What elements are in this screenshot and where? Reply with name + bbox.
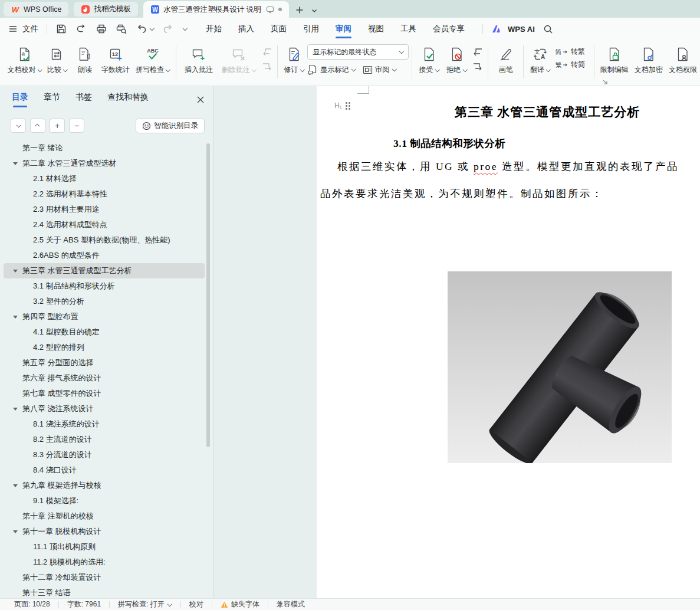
drag-handle-icon[interactable] [346,102,350,110]
toc-item[interactable]: 第八章 浇注系统设计 [4,401,205,416]
export-icon[interactable] [75,23,87,35]
toc-item[interactable]: 8.2 主流道的设计 [4,432,205,447]
toc-item[interactable]: 第一章 绪论 [4,140,205,156]
tab-document-active[interactable]: W 水管三通管注塑模具设计 说明 [143,1,289,18]
tab-wps-office[interactable]: W WPS Office [4,2,68,17]
reject-change-button[interactable]: 拒绝 [443,44,471,81]
ribbon-collapse-arrow[interactable] [602,79,608,85]
restrict-editing-button[interactable]: 限制编辑 [597,44,632,81]
toc-item[interactable]: 4.1 型腔数目的确定 [4,324,205,340]
wps-ai-logo-icon[interactable] [491,24,502,34]
status-dropdown-chevron[interactable] [167,602,172,607]
wps-ai-button[interactable]: WPS AI [508,25,535,34]
track-changes-button[interactable]: 修订 [281,44,307,81]
toc-item[interactable]: 11.1 顶出机构原则 [4,539,205,555]
toc-zoom-in-button[interactable]: + [50,119,65,133]
menu-item-2[interactable]: 页面 [262,18,295,40]
toc-expand-arrow-icon[interactable] [13,316,18,319]
status-item[interactable]: 校对 [181,599,212,609]
new-tab-button[interactable] [295,6,304,14]
toc-item[interactable]: 第七章 成型零件的设计 [4,386,205,401]
toc-expand-arrow-icon[interactable] [13,408,18,411]
toc-item[interactable]: 第十三章 结语 [4,585,205,598]
tab-docer-templates[interactable]: 找稻壳模板 [74,2,138,17]
toc-item[interactable]: 4.2 型腔的排列 [4,340,205,355]
review-pane-button[interactable]: 审阅 [363,65,396,75]
toc-item[interactable]: 3.1 制品结构和形状分析 [4,278,205,294]
toc-item[interactable]: 第十二章 冷却装置设计 [4,570,205,585]
chapter-heading[interactable]: 第三章 水管三通管成型工艺分析 [455,104,640,120]
encrypt-document-button[interactable]: 文档加密 [632,44,666,81]
toc-collapse-button[interactable] [30,119,45,133]
sidebar-tab-bookmarks[interactable]: 书签 [75,92,92,107]
section-heading[interactable]: 3.1 制品结构和形状分析 [393,136,505,150]
spell-check-button[interactable]: ABC 拼写检查 [133,44,173,81]
word-count-button[interactable]: 12 字数统计 [98,44,133,81]
sidebar-tab-find-replace[interactable]: 查找和替换 [107,92,149,107]
next-change-icon[interactable] [472,63,483,72]
smart-toc-button[interactable]: 智能识别目录 [136,118,205,133]
pipe-tee-figure[interactable] [448,271,672,463]
toc-item[interactable]: 2.5 关于 ABS 塑料的数据(物理、热性能) [4,232,205,248]
toc-expand-arrow-icon[interactable] [13,162,18,165]
sidebar-tab-chapters[interactable]: 章节 [44,92,60,107]
menu-item-5[interactable]: 视图 [360,18,392,40]
toc-item[interactable]: 第三章 水管三通管成型工艺分析 [4,263,205,278]
tab-sync-icon[interactable] [266,5,274,14]
menu-item-4[interactable]: 审阅 [327,18,360,40]
toc-zoom-out-button[interactable]: − [69,119,84,133]
toc-item[interactable]: 2.2 选用材料基本特性 [4,186,205,202]
save-icon[interactable] [55,23,67,35]
show-markup-button[interactable]: 显示标记 [307,64,356,75]
status-item[interactable]: 缺失字体 [212,599,268,609]
toc-item[interactable]: 8.4 浇口设计 [4,463,205,478]
previous-change-icon[interactable] [472,48,483,57]
undo-dropdown-chevron[interactable] [149,27,154,31]
undo-icon[interactable] [136,23,147,35]
print-preview-icon[interactable] [116,23,127,35]
quick-access-more-chevron[interactable] [182,27,187,31]
toc-item[interactable]: 2.1 材料选择 [4,171,205,186]
insert-comment-button[interactable]: 插入批注 [179,44,218,81]
menu-item-6[interactable]: 工具 [392,18,425,40]
status-item[interactable]: 兼容模式 [268,599,313,609]
toc-item[interactable]: 第二章 水管三通管成型选材 [4,156,205,171]
sidebar-scrollbar[interactable] [206,143,210,447]
paragraph-line-2[interactable]: 品外表要求光洁美观，为不规则塑件。制品如图所示： [320,186,603,201]
print-icon[interactable] [96,23,107,35]
compare-button[interactable]: 比较 [42,44,73,81]
toc-item[interactable]: 第十一章 脱模机构设计 [4,524,205,539]
toc-item[interactable]: 3.2 塑件的分析 [4,294,205,309]
toc-expand-button[interactable] [11,119,26,133]
toc-item[interactable]: 2.3 用材料主要用途 [4,202,205,217]
toc-item[interactable]: 11.2 脱模机构的选用: [4,555,205,570]
sidebar-tab-toc[interactable]: 目录 [12,92,28,107]
hamburger-menu-icon[interactable] [8,24,18,34]
to-simplified-button[interactable]: 繁 转简 [554,60,591,70]
search-icon[interactable] [543,24,553,34]
heading-outline-handle[interactable]: H₁ [334,101,350,110]
menu-item-3[interactable]: 引用 [295,18,327,40]
toc-item[interactable]: 8.1 浇注系统的设计 [4,416,205,432]
toc-item[interactable]: 9.1 模架选择: [4,493,205,509]
toc-expand-arrow-icon[interactable] [13,484,18,487]
toc-expand-arrow-icon[interactable] [13,270,18,273]
status-item[interactable]: 页面: 10/28 [6,599,58,609]
toc-item[interactable]: 2.6ABS 的成型条件 [4,248,205,263]
accept-change-button[interactable]: 接受 [415,44,443,81]
menu-item-1[interactable]: 插入 [230,18,262,40]
status-item[interactable]: 拼写检查: 打开 [110,599,180,609]
tab-list-chevron[interactable] [311,7,318,14]
toc-item[interactable]: 第四章 型腔布置 [4,309,205,324]
sidebar-close-icon[interactable] [196,96,205,104]
to-traditional-button[interactable]: 简 转繁 [554,47,591,57]
menu-item-0[interactable]: 开始 [198,18,230,40]
status-item[interactable]: 字数: 7961 [59,599,109,609]
pen-button[interactable]: 画笔 [491,44,520,81]
toc-item[interactable]: 2.4 选用材料成型特点 [4,217,205,232]
toc-item[interactable]: 第十章 注塑机的校核 [4,509,205,524]
translate-button[interactable]: 文 A 翻译 [527,44,554,81]
document-permission-button[interactable]: 文档权限 [666,44,700,81]
toc-item[interactable]: 第六章 排气系统的设计 [4,370,205,386]
toc-expand-arrow-icon[interactable] [13,530,18,533]
